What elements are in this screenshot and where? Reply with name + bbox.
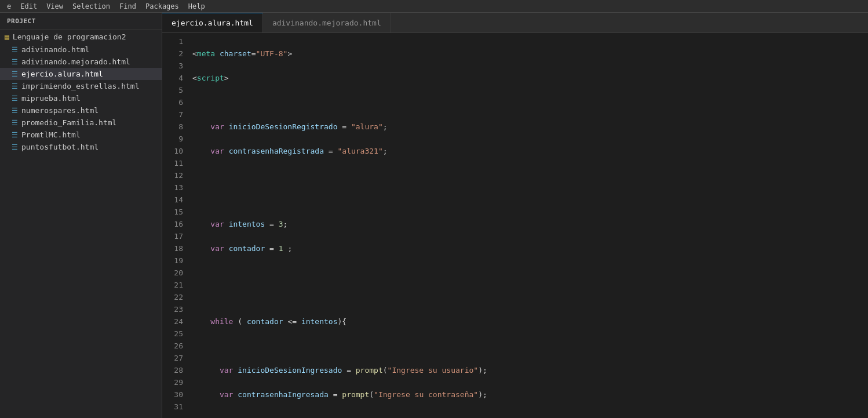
file-icon: ☰ xyxy=(12,46,18,54)
line-number-25: 25 xyxy=(167,328,183,340)
file-icon: ☰ xyxy=(12,70,18,78)
line-number-18: 18 xyxy=(167,242,183,255)
file-item-PromtlMC-html[interactable]: ☰PromtlMC.html xyxy=(0,129,162,141)
line-number-14: 14 xyxy=(167,194,183,206)
project-root[interactable]: ▤ Lenguaje de programacion2 xyxy=(0,30,162,43)
sidebar: Project ▤ Lenguaje de programacion2 ☰adi… xyxy=(0,13,162,418)
line-number-6: 6 xyxy=(167,96,183,108)
line-number-20: 20 xyxy=(167,267,183,279)
file-name: PromtlMC.html xyxy=(21,130,81,139)
file-icon: ☰ xyxy=(12,82,18,90)
file-list: ☰adivinando.html☰adivinando.mejorado.htm… xyxy=(0,43,162,153)
line-number-2: 2 xyxy=(167,48,183,60)
file-item-adivinando-mejorado-html[interactable]: ☰adivinando.mejorado.html xyxy=(0,56,162,68)
line-numbers: 1234567891011121314151617181920212223242… xyxy=(162,33,188,418)
menu-help[interactable]: Help xyxy=(184,1,210,12)
line-number-17: 17 xyxy=(167,230,183,242)
line-number-31: 31 xyxy=(167,401,183,413)
line-number-15: 15 xyxy=(167,206,183,218)
line-number-8: 8 xyxy=(167,121,183,133)
main-container: Project ▤ Lenguaje de programacion2 ☰adi… xyxy=(0,13,868,418)
project-root-label: Lenguaje de programacion2 xyxy=(13,32,126,41)
line-number-11: 11 xyxy=(167,157,183,169)
line-number-27: 27 xyxy=(167,352,183,364)
menu-find[interactable]: Find xyxy=(115,1,141,12)
code-content[interactable]: <meta charset="UTF-8"> <script> var inic… xyxy=(188,33,868,418)
file-item-adivinando-html[interactable]: ☰adivinando.html xyxy=(0,43,162,56)
editor-area: ejercio.alura.html adivinando.mejorado.h… xyxy=(162,13,868,418)
line-number-7: 7 xyxy=(167,108,183,121)
folder-icon: ▤ xyxy=(5,32,9,41)
file-item-numerospares-html[interactable]: ☰numerospares.html xyxy=(0,104,162,117)
line-number-30: 30 xyxy=(167,388,183,401)
file-name: numerospares.html xyxy=(21,106,99,115)
line-number-4: 4 xyxy=(167,72,183,84)
line-number-1: 1 xyxy=(167,35,183,48)
line-number-13: 13 xyxy=(167,181,183,194)
file-item-puntosfutbot-html[interactable]: ☰puntosfutbot.html xyxy=(0,141,162,153)
line-number-28: 28 xyxy=(167,364,183,376)
file-name: puntosfutbot.html xyxy=(21,143,99,151)
sidebar-title: Project xyxy=(0,13,162,30)
line-number-21: 21 xyxy=(167,279,183,291)
tab-adivinando-mejorado[interactable]: adivinando.mejorado.html xyxy=(263,13,391,32)
menu-edit[interactable]: Edit xyxy=(16,1,42,12)
line-number-9: 9 xyxy=(167,133,183,145)
line-number-23: 23 xyxy=(167,303,183,315)
file-item-miprueba-html[interactable]: ☰miprueba.html xyxy=(0,92,162,104)
line-number-22: 22 xyxy=(167,291,183,303)
tabs-bar: ejercio.alura.html adivinando.mejorado.h… xyxy=(162,13,868,33)
line-number-16: 16 xyxy=(167,218,183,230)
menu-selection[interactable]: Selection xyxy=(68,1,115,12)
file-name: promedio_Familia.html xyxy=(21,118,116,127)
file-name: imprimiendo_estrellas.html xyxy=(21,82,140,90)
line-number-29: 29 xyxy=(167,376,183,388)
line-number-26: 26 xyxy=(167,340,183,352)
menu-view[interactable]: View xyxy=(42,1,68,12)
file-name: adivinando.html xyxy=(21,45,89,54)
menubar: e Edit View Selection Find Packages Help xyxy=(0,0,868,13)
file-item-promedio_Familia-html[interactable]: ☰promedio_Familia.html xyxy=(0,117,162,129)
line-number-19: 19 xyxy=(167,255,183,267)
file-icon: ☰ xyxy=(12,143,18,151)
menu-packages[interactable]: Packages xyxy=(141,1,184,12)
file-icon: ☰ xyxy=(12,58,18,66)
menu-e[interactable]: e xyxy=(2,1,16,12)
file-icon: ☰ xyxy=(12,131,18,139)
file-icon: ☰ xyxy=(12,119,18,127)
file-name: miprueba.html xyxy=(21,94,81,103)
line-number-10: 10 xyxy=(167,145,183,157)
tab-ejercio-alura[interactable]: ejercio.alura.html xyxy=(162,13,263,32)
line-number-5: 5 xyxy=(167,84,183,96)
code-editor[interactable]: 1234567891011121314151617181920212223242… xyxy=(162,33,868,418)
file-name: adivinando.mejorado.html xyxy=(21,57,130,66)
line-number-24: 24 xyxy=(167,315,183,328)
file-name: ejercio.alura.html xyxy=(21,70,103,78)
file-item-ejercio-alura-html[interactable]: ☰ejercio.alura.html xyxy=(0,68,162,80)
line-number-3: 3 xyxy=(167,60,183,72)
file-icon: ☰ xyxy=(12,94,18,103)
file-icon: ☰ xyxy=(12,107,18,115)
line-number-12: 12 xyxy=(167,169,183,181)
file-item-imprimiendo_estrellas-html[interactable]: ☰imprimiendo_estrellas.html xyxy=(0,80,162,92)
